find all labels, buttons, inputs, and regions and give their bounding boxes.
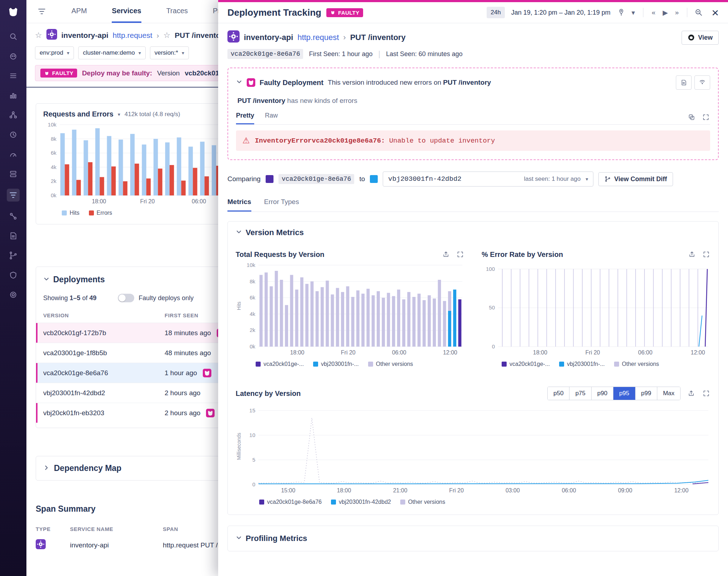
- related-signals-icon-button[interactable]: [694, 75, 710, 90]
- panel-service[interactable]: inventory-api: [244, 33, 293, 42]
- error-rate-chart[interactable]: 10050018:00Fri 2006:0012:00: [482, 263, 711, 357]
- percentile-p95[interactable]: p95: [613, 387, 635, 400]
- apm-icon[interactable]: [7, 189, 20, 202]
- workflows-icon[interactable]: [8, 250, 18, 260]
- panel-tabs: Metrics Error Types: [227, 198, 719, 212]
- logs-icon[interactable]: [8, 231, 18, 241]
- profiling-metrics-section[interactable]: Profiling Metrics: [227, 526, 719, 551]
- legend-version-b[interactable]: vbj203001fn-...: [313, 361, 359, 367]
- product-sidebar: [0, 0, 26, 576]
- service-map-icon[interactable]: [8, 110, 18, 120]
- chevron-down-icon[interactable]: [236, 535, 242, 542]
- version-a-chip[interactable]: vca20ck01ge-8e6a76: [278, 174, 354, 184]
- tab-services[interactable]: Services: [112, 0, 141, 23]
- first-seen: First Seen: 1 hour ago: [309, 50, 372, 58]
- expand-icon[interactable]: [702, 250, 711, 259]
- error-message[interactable]: ⚠ InventoryErrorvca20ck01ge8e6a76: Unabl…: [236, 130, 710, 151]
- chevron-down-icon[interactable]: ▾: [118, 111, 120, 117]
- zoom-out-icon[interactable]: [694, 8, 703, 17]
- breadcrumb-service[interactable]: inventory-api: [61, 31, 109, 40]
- time-range[interactable]: Jan 19, 1:20 pm – Jan 20, 1:19 pm: [511, 9, 611, 16]
- fast-forward-icon[interactable]: »: [674, 9, 680, 16]
- export-icon[interactable]: [688, 250, 696, 259]
- legend-version-a[interactable]: vca20ck01ge-8e6a76: [259, 499, 322, 505]
- legend-other-versions[interactable]: Other versions: [368, 361, 413, 367]
- svg-text:Hits: Hits: [236, 302, 242, 310]
- metrics-icon[interactable]: [8, 90, 18, 100]
- percentile-p90[interactable]: p90: [591, 387, 613, 400]
- expand-icon[interactable]: [456, 250, 465, 259]
- list-icon[interactable]: [8, 71, 18, 81]
- filter-version[interactable]: version:*▾: [150, 46, 189, 59]
- compare-version-select[interactable]: vbj203001fn-42dbd2 last seen: 1 hour ago…: [383, 172, 593, 187]
- percentile-p99[interactable]: p99: [635, 387, 657, 400]
- breadcrumb-operation[interactable]: http.request: [113, 31, 152, 40]
- legend-version-a[interactable]: vca20ck01ge-...: [502, 361, 550, 367]
- legend-version-b[interactable]: vbj203001fn-...: [559, 361, 605, 367]
- svg-text:4k: 4k: [51, 164, 56, 170]
- export-icon[interactable]: [442, 250, 450, 259]
- tab-error-types[interactable]: Error Types: [264, 198, 299, 212]
- time-preset[interactable]: 24h: [487, 7, 504, 18]
- security-icon[interactable]: [8, 270, 18, 280]
- chevron-down-icon[interactable]: ▾: [631, 9, 636, 17]
- faulty-deploys-toggle[interactable]: [118, 294, 134, 302]
- svg-text:18:00: 18:00: [92, 198, 106, 204]
- logs-icon-button[interactable]: [676, 75, 692, 90]
- legend-other-versions[interactable]: Other versions: [614, 361, 659, 367]
- rewind-icon[interactable]: «: [651, 9, 657, 16]
- favorite-star-icon[interactable]: ☆: [164, 31, 171, 40]
- view-button[interactable]: View: [682, 31, 719, 45]
- panel-endpoint[interactable]: PUT /inventory: [350, 33, 406, 42]
- faulty-box-subtitle: This version introduced new errors on PU…: [328, 79, 491, 86]
- synthetics-icon[interactable]: [8, 130, 18, 140]
- chevron-down-icon[interactable]: [236, 229, 242, 237]
- legend-version-b[interactable]: vbj203001fn-42dbd2: [331, 499, 391, 505]
- latency-chart[interactable]: 15105015:0018:0021:00Fri 2003:0006:0009:…: [236, 406, 711, 495]
- tab-apm[interactable]: APM: [71, 0, 87, 23]
- span-service[interactable]: inventory-api: [70, 541, 163, 549]
- filter-cluster[interactable]: cluster-name:demo▾: [78, 46, 146, 59]
- network-icon[interactable]: [8, 211, 18, 221]
- divider: [643, 8, 643, 17]
- legend-version-a[interactable]: vca20ck01ge-...: [256, 361, 304, 367]
- divider: [687, 8, 687, 17]
- play-icon[interactable]: ▶: [662, 9, 669, 17]
- expand-icon[interactable]: [702, 113, 710, 121]
- svg-text:12:00: 12:00: [443, 349, 457, 356]
- panel-operation[interactable]: http.request: [297, 33, 339, 42]
- chevron-right-icon[interactable]: [43, 465, 50, 472]
- monitors-icon[interactable]: [8, 149, 18, 159]
- view-commit-diff-button[interactable]: View Commit Diff: [598, 172, 673, 186]
- total-requests-chart[interactable]: 10k8k6k4k2k0k18:00Fri 2006:0012:00Hits: [236, 263, 465, 357]
- tab-traces[interactable]: Traces: [166, 0, 188, 23]
- svg-text:03:00: 03:00: [506, 487, 520, 493]
- percentile-p50[interactable]: p50: [548, 387, 569, 400]
- legend-other-versions[interactable]: Other versions: [400, 499, 445, 505]
- pin-icon[interactable]: [617, 8, 626, 17]
- profiling-icon[interactable]: [8, 290, 18, 300]
- version-chip[interactable]: vca20ck01ge-8e6a76: [227, 49, 303, 59]
- export-icon[interactable]: [687, 389, 696, 398]
- faulty-dog-icon: [247, 78, 255, 87]
- chevron-down-icon[interactable]: [236, 79, 242, 86]
- legend-hits[interactable]: Hits: [62, 210, 80, 216]
- watchdog-icon[interactable]: [8, 51, 18, 61]
- expand-icon[interactable]: [702, 389, 711, 398]
- search-icon[interactable]: [8, 31, 18, 41]
- chevron-down-icon[interactable]: [43, 276, 50, 284]
- percentile-p75[interactable]: p75: [569, 387, 591, 400]
- legend-errors[interactable]: Errors: [89, 210, 112, 216]
- funnel-icon[interactable]: [37, 7, 46, 16]
- copy-icon[interactable]: [687, 113, 696, 121]
- deployments-title: Deployments: [53, 275, 105, 284]
- favorite-star-icon[interactable]: ☆: [35, 31, 42, 40]
- close-icon[interactable]: ×: [712, 6, 719, 19]
- tab-metrics[interactable]: Metrics: [227, 198, 251, 212]
- filter-env[interactable]: env:prod▾: [35, 46, 74, 59]
- percentile-max[interactable]: Max: [657, 387, 680, 400]
- tab-raw[interactable]: Raw: [265, 112, 278, 124]
- datadog-logo[interactable]: [6, 4, 21, 21]
- tab-pretty[interactable]: Pretty: [236, 112, 254, 124]
- infrastructure-icon[interactable]: [8, 169, 18, 179]
